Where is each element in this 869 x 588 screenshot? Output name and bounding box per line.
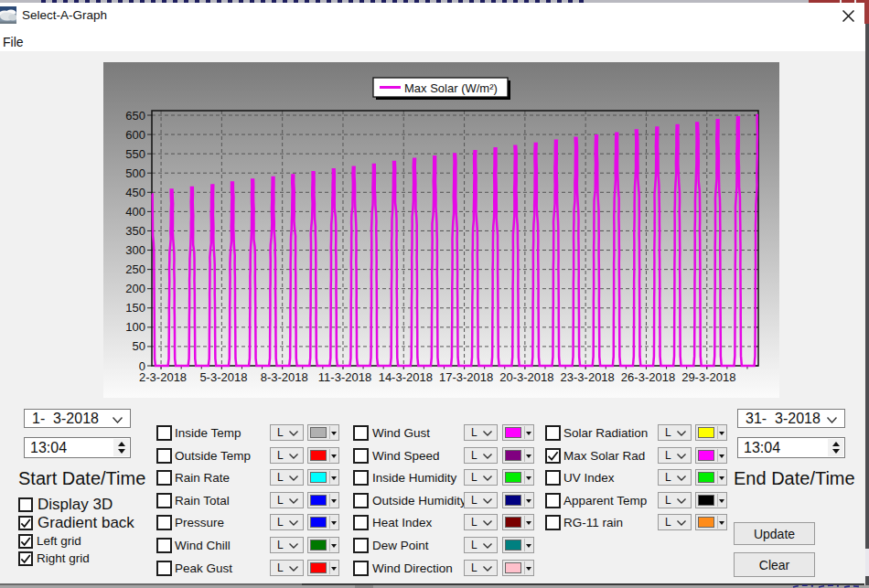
svg-text:250: 250 <box>125 262 145 276</box>
svg-text:Max Solar (W/m²): Max Solar (W/m²) <box>404 81 498 95</box>
svg-text:29-3-2018: 29-3-2018 <box>681 370 735 384</box>
svg-text:11-3-2018: 11-3-2018 <box>318 370 371 384</box>
svg-text:600: 600 <box>125 128 145 142</box>
svg-text:14-3-2018: 14-3-2018 <box>379 370 433 384</box>
svg-text:8-3-2018: 8-3-2018 <box>261 370 308 384</box>
svg-text:350: 350 <box>125 224 145 238</box>
svg-text:400: 400 <box>125 205 145 219</box>
svg-text:650: 650 <box>125 109 145 123</box>
svg-text:450: 450 <box>125 186 145 199</box>
svg-text:26-3-2018: 26-3-2018 <box>621 370 675 384</box>
svg-text:20-3-2018: 20-3-2018 <box>499 370 553 384</box>
svg-text:150: 150 <box>125 301 145 315</box>
svg-text:300: 300 <box>125 243 145 257</box>
svg-text:23-3-2018: 23-3-2018 <box>561 370 615 384</box>
svg-text:17-3-2018: 17-3-2018 <box>439 370 493 384</box>
svg-text:200: 200 <box>125 282 145 295</box>
svg-text:100: 100 <box>125 320 145 334</box>
svg-text:5-3-2018: 5-3-2018 <box>199 370 247 384</box>
svg-text:2-3-2018: 2-3-2018 <box>139 370 187 384</box>
svg-text:500: 500 <box>125 166 145 180</box>
svg-text:550: 550 <box>125 147 145 161</box>
svg-text:50: 50 <box>133 339 145 353</box>
